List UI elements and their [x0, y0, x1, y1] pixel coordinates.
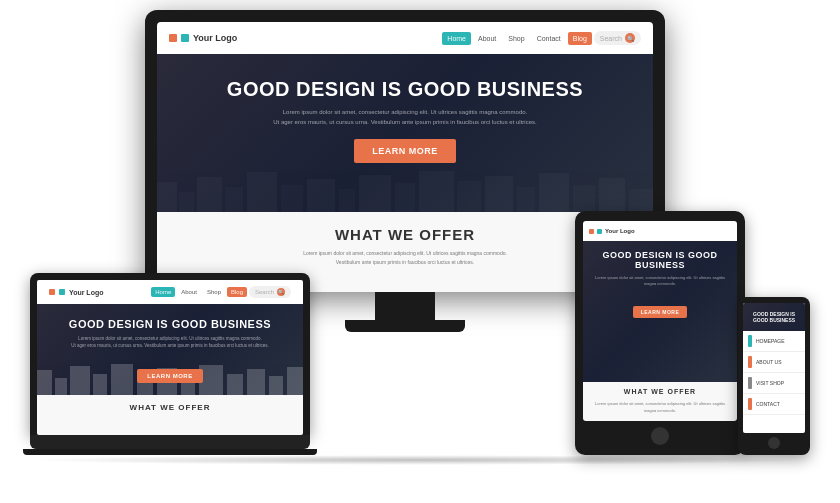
phone-menu-visitshop[interactable]: VISIT SHOP: [743, 373, 805, 394]
svg-rect-15: [573, 185, 595, 212]
search-icon: 🔍: [625, 33, 635, 43]
laptop-logo-teal: [59, 289, 65, 295]
nav-shop[interactable]: Shop: [503, 32, 529, 45]
logo-text: Your Logo: [193, 33, 237, 43]
svg-rect-22: [111, 364, 133, 395]
svg-rect-10: [419, 171, 454, 212]
svg-rect-14: [539, 173, 569, 212]
scene: Your Logo Home About Shop Contact Blog S…: [0, 0, 840, 503]
tablet-nav: Your Logo: [583, 221, 737, 241]
svg-rect-27: [227, 374, 243, 395]
svg-rect-4: [247, 172, 277, 212]
svg-rect-7: [339, 189, 355, 212]
tablet-hero-subtitle: Lorem ipsum dolor sit amet, consectetur …: [591, 275, 729, 288]
laptop-learn-more-btn[interactable]: LEARN MORE: [137, 369, 202, 383]
search-text: Search: [600, 35, 622, 42]
monitor-offer-title: WHAT WE OFFER: [177, 226, 633, 243]
laptop-base: [30, 435, 310, 449]
monitor-hero-subtitle: Lorem ipsum dolor sit amet, consectetur …: [177, 108, 633, 127]
phone-screen: GOOD DESIGN IS GOOD BUSINESS HOMEPAGE AB…: [743, 303, 805, 433]
phone-menu-bar-3: [748, 377, 752, 389]
laptop-search[interactable]: Search 🔍: [249, 286, 291, 298]
laptop-nav-shop[interactable]: Shop: [203, 287, 225, 297]
monitor-menu: Home About Shop Contact Blog Search 🔍: [442, 31, 641, 45]
svg-rect-20: [70, 366, 90, 395]
svg-rect-29: [269, 376, 283, 395]
svg-rect-17: [629, 189, 653, 212]
laptop-search-icon: 🔍: [277, 288, 285, 296]
svg-rect-2: [197, 177, 222, 212]
tablet-home-btn[interactable]: [651, 427, 669, 445]
tablet-logo: Your Logo: [589, 228, 635, 234]
tablet-logo-teal: [597, 229, 602, 234]
nav-blog[interactable]: Blog: [568, 32, 592, 45]
shadow-bar: [30, 455, 810, 465]
nav-home[interactable]: Home: [442, 32, 471, 45]
tablet-offer-text: Lorem ipsum dolor sit amet, consectetur …: [589, 401, 731, 415]
phone-site: GOOD DESIGN IS GOOD BUSINESS HOMEPAGE AB…: [743, 303, 805, 433]
phone-menu-contact[interactable]: CONTACT: [743, 394, 805, 415]
phone-hero-title: GOOD DESIGN IS GOOD BUSINESS: [748, 311, 800, 323]
laptop-offer: WHAT WE OFFER: [37, 395, 303, 435]
tablet-logo-orange: [589, 229, 594, 234]
phone-outer: GOOD DESIGN IS GOOD BUSINESS HOMEPAGE AB…: [738, 297, 810, 455]
monitor-stand-neck: [375, 292, 435, 320]
laptop-outer: Your Logo Home About Shop Blog Search 🔍: [30, 273, 310, 435]
city-skyline: [157, 167, 653, 212]
laptop-nav-home[interactable]: Home: [151, 287, 175, 297]
phone-menu-bar-4: [748, 398, 752, 410]
laptop-hero-subtitle: Lorem ipsum dolor sit amet, consectetur …: [47, 335, 293, 349]
laptop-logo-orange: [49, 289, 55, 295]
phone: GOOD DESIGN IS GOOD BUSINESS HOMEPAGE AB…: [738, 297, 810, 455]
laptop-menu: Home About Shop Blog Search 🔍: [151, 286, 291, 298]
tablet-hero-title: GOOD DESIGN IS GOOD BUSINESS: [591, 251, 729, 271]
monitor-stand-base: [345, 320, 465, 332]
logo-square-teal: [181, 34, 189, 42]
laptop-hero: GOOD DESIGN IS GOOD BUSINESS Lorem ipsum…: [37, 304, 303, 395]
tablet-offer: WHAT WE OFFER Lorem ipsum dolor sit amet…: [583, 382, 737, 421]
nav-about[interactable]: About: [473, 32, 501, 45]
tablet-screen: Your Logo GOOD DESIGN IS GOOD BUSINESS L…: [583, 221, 737, 421]
laptop-nav-about[interactable]: About: [177, 287, 201, 297]
phone-hero: GOOD DESIGN IS GOOD BUSINESS: [743, 303, 805, 331]
svg-rect-13: [517, 187, 535, 212]
laptop-nav-blog[interactable]: Blog: [227, 287, 247, 297]
tablet-hero: GOOD DESIGN IS GOOD BUSINESS Lorem ipsum…: [583, 241, 737, 382]
nav-contact[interactable]: Contact: [532, 32, 566, 45]
svg-rect-16: [599, 178, 625, 212]
logo-square-orange: [169, 34, 177, 42]
nav-search[interactable]: Search 🔍: [594, 31, 641, 45]
svg-rect-21: [93, 374, 107, 395]
monitor-logo: Your Logo: [169, 33, 237, 43]
laptop-hero-title: GOOD DESIGN IS GOOD BUSINESS: [47, 318, 293, 330]
tablet-offer-title: WHAT WE OFFER: [589, 388, 731, 395]
monitor-learn-more-btn[interactable]: LEARN MORE: [354, 139, 456, 163]
svg-rect-6: [307, 179, 335, 212]
tablet-learn-more-btn[interactable]: LEARN MORE: [633, 306, 688, 318]
laptop-base-bottom: [23, 449, 317, 455]
svg-rect-12: [485, 176, 513, 212]
laptop-logo-text: Your Logo: [69, 289, 103, 296]
svg-rect-5: [281, 185, 303, 212]
phone-menu-bar-1: [748, 335, 752, 347]
laptop: Your Logo Home About Shop Blog Search 🔍: [30, 273, 310, 455]
laptop-offer-title: WHAT WE OFFER: [45, 403, 295, 412]
svg-rect-19: [55, 378, 67, 395]
monitor-hero-title: GOOD DESIGN IS GOOD BUSINESS: [177, 78, 633, 100]
phone-menu-homepage[interactable]: HOMEPAGE: [743, 331, 805, 352]
svg-rect-3: [225, 187, 243, 212]
svg-rect-30: [287, 367, 303, 395]
laptop-logo: Your Logo: [49, 289, 103, 296]
phone-menu-bar-2: [748, 356, 752, 368]
phone-menu-aboutus[interactable]: ABOUT US: [743, 352, 805, 373]
phone-home-btn[interactable]: [768, 437, 780, 449]
tablet: Your Logo GOOD DESIGN IS GOOD BUSINESS L…: [575, 211, 745, 455]
tablet-logo-text: Your Logo: [605, 228, 635, 234]
svg-rect-28: [247, 369, 265, 395]
monitor-nav: Your Logo Home About Shop Contact Blog S…: [157, 22, 653, 54]
svg-rect-8: [359, 175, 391, 212]
svg-rect-9: [395, 183, 415, 212]
svg-rect-11: [457, 181, 481, 212]
svg-rect-1: [179, 192, 194, 212]
monitor-offer-text: Lorem ipsum dolor sit amet, consectetur …: [177, 249, 633, 266]
